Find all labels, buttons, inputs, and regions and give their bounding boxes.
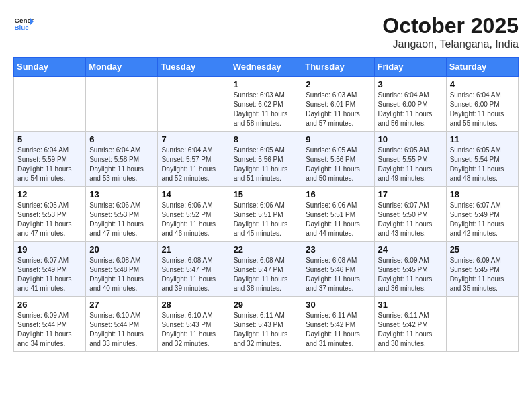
calendar-cell: 23Sunrise: 6:08 AM Sunset: 5:46 PM Dayli… [302,242,374,297]
week-row-3: 12Sunrise: 6:05 AM Sunset: 5:53 PM Dayli… [14,187,519,242]
cell-info: Sunrise: 6:08 AM Sunset: 5:47 PM Dayligh… [234,256,299,293]
week-row-2: 5Sunrise: 6:04 AM Sunset: 5:59 PM Daylig… [14,132,519,187]
cell-info: Sunrise: 6:07 AM Sunset: 5:49 PM Dayligh… [17,256,82,293]
cell-day-number: 8 [234,134,299,144]
calendar-cell [14,77,86,132]
day-header-saturday: Saturday [446,58,518,77]
cell-day-number: 10 [378,134,443,144]
cell-info: Sunrise: 6:04 AM Sunset: 6:00 PM Dayligh… [450,91,515,128]
day-header-wednesday: Wednesday [230,58,302,77]
cell-info: Sunrise: 6:05 AM Sunset: 5:55 PM Dayligh… [378,146,443,183]
svg-text:Blue: Blue [15,24,30,31]
calendar-cell: 15Sunrise: 6:06 AM Sunset: 5:51 PM Dayli… [230,187,302,242]
cell-info: Sunrise: 6:08 AM Sunset: 5:47 PM Dayligh… [161,256,226,293]
cell-info: Sunrise: 6:03 AM Sunset: 6:01 PM Dayligh… [306,91,370,128]
cell-day-number: 13 [89,189,154,199]
cell-day-number: 17 [378,189,443,199]
cell-info: Sunrise: 6:04 AM Sunset: 5:58 PM Dayligh… [89,146,154,183]
calendar-cell: 10Sunrise: 6:05 AM Sunset: 5:55 PM Dayli… [374,132,446,187]
cell-info: Sunrise: 6:07 AM Sunset: 5:49 PM Dayligh… [450,201,515,238]
calendar-cell: 31Sunrise: 6:11 AM Sunset: 5:42 PM Dayli… [374,297,446,352]
cell-day-number: 24 [378,244,443,255]
calendar-cell: 4Sunrise: 6:04 AM Sunset: 6:00 PM Daylig… [446,77,518,132]
calendar-cell [158,77,230,132]
cell-info: Sunrise: 6:05 AM Sunset: 5:54 PM Dayligh… [450,146,515,183]
calendar-cell [446,297,518,352]
cell-day-number: 4 [450,79,515,89]
day-header-friday: Friday [374,58,446,77]
cell-info: Sunrise: 6:05 AM Sunset: 5:56 PM Dayligh… [234,146,299,183]
calendar-cell: 1Sunrise: 6:03 AM Sunset: 6:02 PM Daylig… [230,77,302,132]
day-header-sunday: Sunday [14,58,86,77]
day-header-tuesday: Tuesday [158,58,230,77]
calendar-cell: 29Sunrise: 6:11 AM Sunset: 5:43 PM Dayli… [230,297,302,352]
calendar-cell: 27Sunrise: 6:10 AM Sunset: 5:44 PM Dayli… [86,297,158,352]
week-row-5: 26Sunrise: 6:09 AM Sunset: 5:44 PM Dayli… [14,297,519,352]
cell-info: Sunrise: 6:04 AM Sunset: 5:57 PM Dayligh… [161,146,226,183]
cell-info: Sunrise: 6:06 AM Sunset: 5:51 PM Dayligh… [306,201,370,238]
day-header-thursday: Thursday [302,58,374,77]
cell-info: Sunrise: 6:11 AM Sunset: 5:42 PM Dayligh… [378,311,443,349]
cell-day-number: 11 [450,134,515,144]
calendar-cell: 7Sunrise: 6:04 AM Sunset: 5:57 PM Daylig… [158,132,230,187]
cell-day-number: 26 [17,300,82,310]
cell-day-number: 6 [89,134,154,144]
title-area: October 2025 Jangaon, Telangana, India [382,13,519,50]
calendar-cell: 2Sunrise: 6:03 AM Sunset: 6:01 PM Daylig… [302,77,374,132]
cell-info: Sunrise: 6:05 AM Sunset: 5:56 PM Dayligh… [306,146,370,183]
logo: General Blue [13,13,34,34]
cell-day-number: 14 [161,189,226,199]
header-row: SundayMondayTuesdayWednesdayThursdayFrid… [14,58,519,77]
calendar-cell: 11Sunrise: 6:05 AM Sunset: 5:54 PM Dayli… [446,132,518,187]
calendar-cell [86,77,158,132]
cell-day-number: 5 [17,134,82,144]
calendar-cell: 5Sunrise: 6:04 AM Sunset: 5:59 PM Daylig… [14,132,86,187]
cell-info: Sunrise: 6:09 AM Sunset: 5:45 PM Dayligh… [450,256,515,293]
cell-day-number: 3 [378,79,443,89]
calendar-cell: 21Sunrise: 6:08 AM Sunset: 5:47 PM Dayli… [158,242,230,297]
calendar-cell: 25Sunrise: 6:09 AM Sunset: 5:45 PM Dayli… [446,242,518,297]
calendar-cell: 9Sunrise: 6:05 AM Sunset: 5:56 PM Daylig… [302,132,374,187]
cell-info: Sunrise: 6:07 AM Sunset: 5:50 PM Dayligh… [378,201,443,238]
cell-day-number: 12 [17,189,82,199]
cell-day-number: 1 [234,79,299,89]
calendar-cell: 8Sunrise: 6:05 AM Sunset: 5:56 PM Daylig… [230,132,302,187]
cell-info: Sunrise: 6:06 AM Sunset: 5:51 PM Dayligh… [234,201,299,238]
page-header: General Blue October 2025 Jangaon, Telan… [13,13,519,50]
cell-day-number: 30 [306,300,370,310]
cell-day-number: 21 [161,244,226,255]
cell-info: Sunrise: 6:03 AM Sunset: 6:02 PM Dayligh… [234,91,299,128]
calendar-cell: 20Sunrise: 6:08 AM Sunset: 5:48 PM Dayli… [86,242,158,297]
cell-info: Sunrise: 6:06 AM Sunset: 5:53 PM Dayligh… [89,201,154,238]
cell-day-number: 25 [450,244,515,255]
logo-icon: General Blue [13,13,34,34]
calendar-cell: 18Sunrise: 6:07 AM Sunset: 5:49 PM Dayli… [446,187,518,242]
cell-info: Sunrise: 6:05 AM Sunset: 5:53 PM Dayligh… [17,201,82,238]
cell-day-number: 31 [378,300,443,310]
month-title: October 2025 [382,13,519,38]
cell-info: Sunrise: 6:09 AM Sunset: 5:45 PM Dayligh… [378,256,443,293]
cell-day-number: 29 [234,300,299,310]
week-row-4: 19Sunrise: 6:07 AM Sunset: 5:49 PM Dayli… [14,242,519,297]
cell-info: Sunrise: 6:11 AM Sunset: 5:42 PM Dayligh… [306,311,370,349]
cell-info: Sunrise: 6:04 AM Sunset: 5:59 PM Dayligh… [17,146,82,183]
cell-info: Sunrise: 6:09 AM Sunset: 5:44 PM Dayligh… [17,311,82,349]
cell-day-number: 27 [89,300,154,310]
day-header-monday: Monday [86,58,158,77]
cell-day-number: 18 [450,189,515,199]
cell-day-number: 23 [306,244,370,255]
calendar-cell: 26Sunrise: 6:09 AM Sunset: 5:44 PM Dayli… [14,297,86,352]
calendar-cell: 17Sunrise: 6:07 AM Sunset: 5:50 PM Dayli… [374,187,446,242]
calendar-cell: 24Sunrise: 6:09 AM Sunset: 5:45 PM Dayli… [374,242,446,297]
calendar-cell: 22Sunrise: 6:08 AM Sunset: 5:47 PM Dayli… [230,242,302,297]
cell-day-number: 2 [306,79,370,89]
cell-day-number: 9 [306,134,370,144]
calendar-cell: 30Sunrise: 6:11 AM Sunset: 5:42 PM Dayli… [302,297,374,352]
cell-day-number: 7 [161,134,226,144]
cell-day-number: 19 [17,244,82,255]
cell-day-number: 28 [161,300,226,310]
cell-info: Sunrise: 6:06 AM Sunset: 5:52 PM Dayligh… [161,201,226,238]
cell-info: Sunrise: 6:08 AM Sunset: 5:46 PM Dayligh… [306,256,370,293]
calendar-cell: 19Sunrise: 6:07 AM Sunset: 5:49 PM Dayli… [14,242,86,297]
calendar-cell: 3Sunrise: 6:04 AM Sunset: 6:00 PM Daylig… [374,77,446,132]
